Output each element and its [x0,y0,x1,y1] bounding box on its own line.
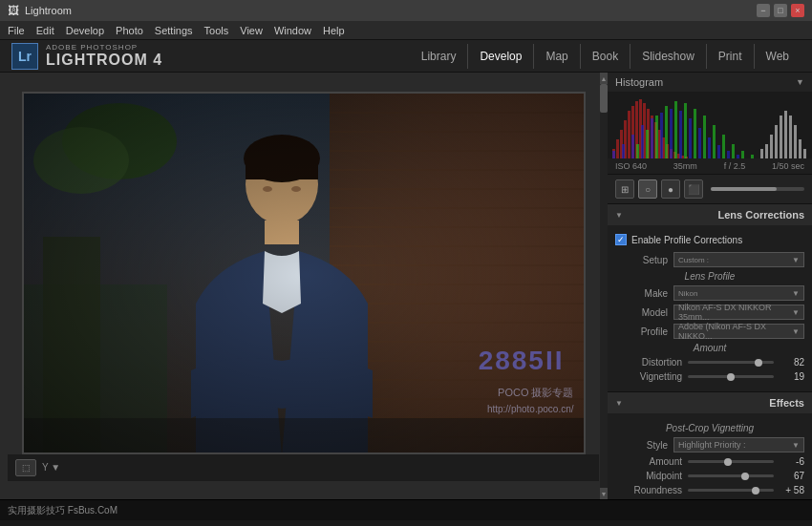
tab-print[interactable]: Print [706,44,754,69]
adobe-label: ADOBE PHOTOSHOP [46,43,162,52]
tab-book[interactable]: Book [580,44,630,69]
app-icon: 🖼 [8,4,19,17]
frame-button[interactable]: ⬚ [15,459,36,476]
make-row: Make Nikon ▼ [615,285,804,301]
watermark-brand2: http://photo.poco.cn/ [487,404,574,414]
scroll-down-button[interactable]: ▼ [600,488,608,499]
vignetting-slider[interactable] [688,375,774,378]
tab-web[interactable]: Web [754,44,801,69]
main-content: 2885II POCO 摄影专题 http://photo.poco.cn/ ⬚… [0,73,812,499]
lens-profile-subtitle: Lens Profile [615,271,804,282]
scroll-up-button[interactable]: ▲ [600,73,608,84]
brush-tool[interactable]: ⬛ [684,179,703,199]
menu-bar: File Edit Develop Photo Settings Tools V… [0,21,812,40]
effects-body: Post-Crop Vignetting Style Highlight Pri… [608,413,812,499]
enable-profile-checkbox[interactable]: ✓ [615,234,627,245]
menu-photo[interactable]: Photo [116,25,143,36]
tools-slider[interactable] [711,187,804,191]
amount-slider[interactable] [688,460,774,463]
midpoint-thumb [741,473,749,480]
circle-tool[interactable]: ○ [638,179,657,199]
model-select[interactable]: Nikon AF-S DX NIKKOR 35mm... ▼ [673,305,804,320]
svg-rect-64 [741,151,744,158]
svg-rect-76 [708,137,711,158]
svg-rect-70 [651,118,653,158]
svg-rect-75 [698,128,701,158]
svg-rect-86 [789,116,792,158]
midpoint-slider[interactable] [688,474,774,477]
lr-text: ADOBE PHOTOSHOP LIGHTROOM 4 [46,43,162,69]
tab-map[interactable]: Map [533,44,579,69]
distortion-value: 82 [778,357,804,368]
lens-corrections-header[interactable]: ▼ Lens Corrections [608,204,812,225]
maximize-button[interactable]: □ [774,4,787,17]
close-button[interactable]: × [791,4,804,17]
lens-corrections-title: Lens Corrections [627,209,804,221]
photo-container: 2885II POCO 摄影专题 http://photo.poco.cn/ [22,92,586,454]
profile-select[interactable]: Adobe (Nikon AF-S DX NIKKO... ▼ [673,324,804,339]
menu-develop[interactable]: Develop [66,25,104,36]
effects-section: ▼ Effects Post-Crop Vignetting Style Hig… [608,392,812,499]
histogram-header: Histogram ▼ [608,73,812,92]
svg-rect-69 [641,125,644,158]
menu-tools[interactable]: Tools [204,25,229,36]
profile-label: Profile [615,326,668,337]
menu-settings[interactable]: Settings [155,25,193,36]
setup-select[interactable]: Custom : ▼ [673,252,804,267]
histogram-canvas [608,92,812,158]
model-label: Model [615,307,668,318]
tab-library[interactable]: Library [410,44,468,69]
menu-file[interactable]: File [8,25,25,36]
minimize-button[interactable]: − [757,4,770,17]
redeye-tool[interactable]: ● [661,179,680,199]
svg-rect-56 [665,106,668,158]
svg-rect-66 [612,151,615,158]
style-arrow: ▼ [792,441,800,450]
roundness-slider[interactable] [688,489,774,492]
shutter-label: 1/50 sec [772,161,804,171]
iso-label: ISO 640 [615,161,647,171]
scroll-thumb[interactable] [600,84,608,113]
menu-view[interactable]: View [240,25,263,36]
lr-name-label: LIGHTROOM 4 [46,52,162,69]
tab-slideshow[interactable]: Slideshow [630,44,706,69]
histogram-collapse-icon[interactable]: ▼ [796,77,804,87]
photo-bottom-controls: ⬚ Y ▼ [8,454,599,481]
svg-rect-79 [737,155,739,158]
roundness-label: Roundness [615,485,682,495]
menu-window[interactable]: Window [274,25,311,36]
distortion-slider[interactable] [688,361,774,364]
lr-badge-icon: Lr [11,43,38,70]
svg-rect-71 [660,113,663,158]
window-title: Lightroom [25,5,757,16]
make-select[interactable]: Nikon ▼ [673,285,804,301]
model-row: Model Nikon AF-S DX NIKKOR 35mm... ▼ [615,305,804,320]
svg-rect-31 [24,94,586,454]
svg-rect-37 [628,111,630,158]
setup-arrow: ▼ [792,256,800,264]
amount-thumb [724,458,732,466]
distortion-label: Distortion [615,357,682,368]
enable-profile-row: ✓ Enable Profile Corrections [615,231,804,248]
y-label[interactable]: Y ▼ [42,462,60,473]
right-panel: Histogram ▼ [607,73,812,499]
make-value: Nikon [678,289,697,298]
effects-header[interactable]: ▼ Effects [608,392,812,413]
svg-rect-61 [713,125,716,158]
footer-bar: 实用摄影技巧 FsBus.CoM [0,499,812,520]
histogram-section: Histogram ▼ [608,73,812,175]
svg-rect-78 [727,151,730,158]
crop-tool[interactable]: ⊞ [615,179,634,199]
tab-develop[interactable]: Develop [467,44,533,69]
app-logo: Lr ADOBE PHOTOSHOP LIGHTROOM 4 [11,43,162,70]
focal-label: 35mm [673,161,697,171]
svg-rect-57 [674,101,677,158]
menu-edit[interactable]: Edit [36,25,54,36]
profile-arrow: ▼ [792,327,800,336]
roundness-thumb [752,487,759,494]
style-value: Highlight Priority : [678,440,746,450]
style-select[interactable]: Highlight Priority : ▼ [673,437,804,452]
svg-rect-34 [616,139,619,158]
setup-label: Setup [615,255,668,265]
menu-help[interactable]: Help [323,25,345,36]
